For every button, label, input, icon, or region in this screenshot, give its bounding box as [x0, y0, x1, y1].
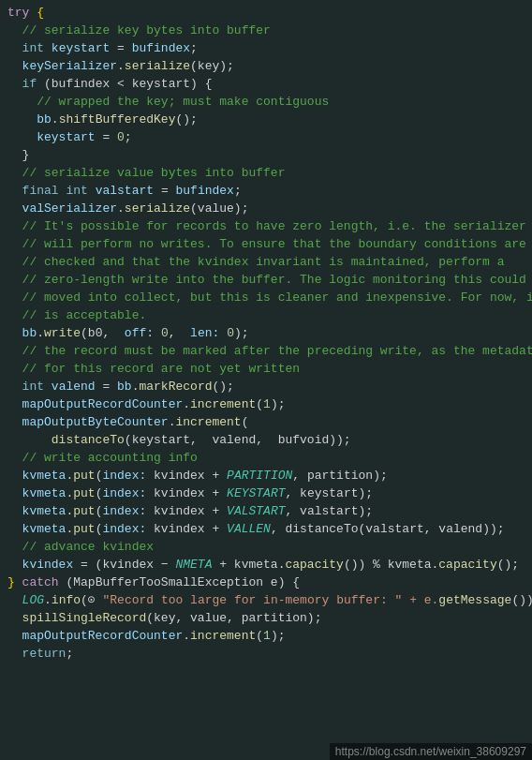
code-token: kvindex	[22, 556, 74, 574]
code-token: index:	[102, 467, 146, 484]
code-token: ;	[66, 645, 73, 663]
code-token: 0	[227, 324, 234, 342]
code-token	[7, 342, 22, 360]
code-token: , valstart);	[286, 502, 374, 520]
code-line: int keystart = bufindex;	[0, 39, 532, 57]
code-token: index:	[102, 502, 146, 520]
code-token: kvmeta	[22, 520, 66, 538]
code-line: kvmeta.put(index: kvindex + KEYSTART, ke…	[0, 484, 532, 502]
code-token	[7, 645, 22, 663]
code-token: // write accounting info	[22, 449, 198, 467]
code-token: keySerializer	[22, 57, 117, 75]
code-token: "Record too large for in-memory buffer: …	[96, 591, 439, 609]
code-token: put	[73, 502, 95, 520]
code-token: {	[29, 4, 44, 22]
code-token: =	[96, 128, 117, 146]
code-token	[59, 182, 66, 200]
code-token	[7, 502, 22, 520]
code-token: (key, value, partition);	[146, 609, 321, 627]
code-token: (	[242, 413, 249, 431]
code-token: .	[52, 111, 59, 128]
code-token: serialize	[125, 200, 190, 217]
code-line: keySerializer.serialize(key);	[0, 57, 532, 75]
code-line: distanceTo(keystart, valend, bufvoid));	[0, 431, 532, 449]
code-token: // for this record are not yet written	[22, 360, 300, 378]
code-token: valSerializer	[22, 200, 117, 217]
code-token: index:	[102, 520, 146, 538]
code-token: (	[96, 502, 103, 520]
code-token: getMessage	[438, 591, 511, 609]
code-line: // will perform no writes. To ensure tha…	[0, 235, 532, 253]
code-token: ()) % kvmeta.	[344, 556, 438, 574]
code-token: put	[73, 484, 95, 502]
code-token: PARTITION	[227, 467, 292, 484]
code-token: increment	[175, 413, 241, 431]
code-token: put	[73, 520, 95, 538]
code-token	[7, 306, 22, 324]
code-token: =	[154, 182, 175, 200]
code-token: , distanceTo(valstart, valend));	[271, 520, 505, 538]
code-token: (key);	[190, 57, 234, 75]
code-token	[7, 431, 52, 449]
code-token: KEYSTART	[227, 484, 285, 502]
code-line: mapOutputByteCounter.increment(	[0, 413, 532, 431]
code-token: =	[96, 378, 117, 395]
code-token: bb	[37, 111, 52, 128]
code-token: ,	[169, 324, 190, 342]
code-token: (b0,	[81, 324, 125, 342]
code-token: ();	[212, 378, 233, 395]
code-line: kvmeta.put(index: kvindex + PARTITION, p…	[0, 467, 532, 484]
code-token: mapOutputByteCounter	[22, 413, 169, 431]
code-token: (MapBufferTooSmallException e) {	[59, 574, 300, 591]
code-token: kvindex +	[146, 502, 227, 520]
code-token: ());	[511, 591, 532, 609]
code-token: if	[22, 75, 37, 93]
code-token: // is acceptable.	[22, 306, 147, 324]
code-token	[7, 75, 22, 93]
code-line: // write accounting info	[0, 449, 532, 467]
code-token: LOG	[22, 591, 44, 609]
code-token: + kvmeta.	[212, 556, 285, 574]
code-line: kvmeta.put(index: kvindex + VALLEN, dist…	[0, 520, 532, 538]
code-token: );	[271, 627, 286, 645]
code-token: , keystart);	[286, 484, 374, 502]
code-token: ();	[497, 556, 519, 574]
code-token: return	[22, 645, 66, 663]
code-token	[88, 182, 96, 200]
code-line: }	[0, 146, 532, 164]
code-token	[7, 128, 37, 146]
code-token: bufindex	[132, 39, 190, 57]
code-token: );	[271, 395, 286, 413]
code-token	[7, 57, 22, 75]
code-token: // moved into collect, but this is clean…	[22, 289, 532, 306]
code-line: // It's possible for records to have zer…	[0, 217, 532, 235]
code-token: NMETA	[175, 556, 212, 574]
code-token: markRecord	[139, 378, 212, 395]
code-line: kvmeta.put(index: kvindex + VALSTART, va…	[0, 502, 532, 520]
code-line: // wrapped the key; must make contiguous	[0, 93, 532, 111]
code-token: kvmeta	[22, 502, 66, 520]
code-line: mapOutputRecordCounter.increment(1);	[0, 627, 532, 645]
code-token: .	[66, 520, 73, 538]
code-token: (	[256, 395, 263, 413]
code-token	[7, 22, 22, 39]
code-line: // moved into collect, but this is clean…	[0, 289, 532, 306]
code-line: // serialize key bytes into buffer	[0, 22, 532, 39]
code-token	[7, 93, 37, 111]
code-token: write	[44, 324, 81, 342]
code-line: if (bufindex < keystart) {	[0, 75, 532, 93]
code-token: info	[52, 591, 81, 609]
code-token: final	[22, 182, 59, 200]
code-token: bufindex	[175, 182, 233, 200]
code-line: bb.write(b0, off: 0, len: 0);	[0, 324, 532, 342]
code-token	[7, 271, 22, 289]
code-token: // zero-length write into the buffer. Th…	[22, 271, 532, 289]
code-token	[7, 164, 22, 182]
code-token: distanceTo	[52, 431, 125, 449]
code-token: ;	[234, 182, 242, 200]
code-line: // zero-length write into the buffer. Th…	[0, 271, 532, 289]
code-token: (bufindex < keystart) {	[37, 75, 212, 93]
code-token	[7, 413, 22, 431]
code-token: , partition);	[292, 467, 387, 484]
code-token: catch	[22, 574, 59, 591]
